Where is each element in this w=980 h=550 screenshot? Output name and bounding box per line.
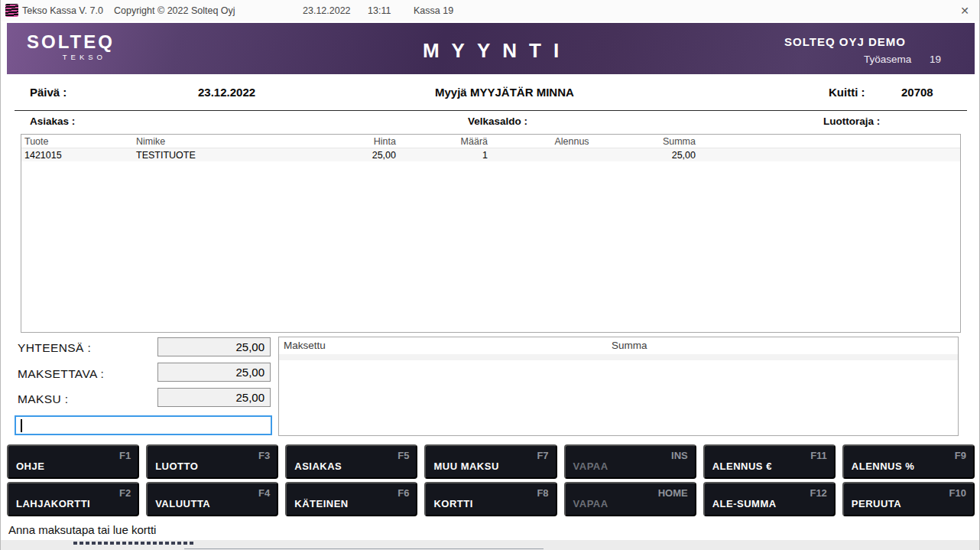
col-header-nimike: Nimike xyxy=(133,136,309,147)
background-taskbar-strip xyxy=(1,540,979,550)
col-header-maara: Määrä xyxy=(399,136,491,147)
payment-label: MAKSU : xyxy=(18,392,69,406)
seller-label: Myyjä : xyxy=(435,86,474,99)
peruuta-button[interactable]: PERUUTA F10 xyxy=(842,482,975,516)
payment-value-box: 25,00 xyxy=(157,388,271,407)
company-name: SOLTEQ OYJ DEMO xyxy=(784,35,906,48)
background-window-edge xyxy=(184,548,544,549)
debt-balance-label: Velkasaldo : xyxy=(468,116,527,127)
receipt-number: 20708 xyxy=(901,86,933,99)
cell-product-code: 1421015 xyxy=(21,150,133,161)
valuutta-button[interactable]: VALUUTTA F4 xyxy=(146,482,278,516)
seller-value: MYYJÄTÄR MINNA xyxy=(470,86,574,99)
status-bar: Anna maksutapa tai lue kortti xyxy=(1,519,979,540)
app-header: SOLTEQ TEKSO MYYNTI SOLTEQ OYJ DEMO Työa… xyxy=(7,23,975,74)
app-icon xyxy=(5,4,18,17)
payable-value-box: 25,00 xyxy=(157,363,271,382)
payments-panel: Maksettu Summa xyxy=(278,337,959,436)
table-header-row: Tuote Nimike Hinta Määrä Alennus Summa xyxy=(21,135,960,148)
col-header-alennus: Alennus xyxy=(491,136,653,147)
alennus-euro-button[interactable]: ALENNUS € F11 xyxy=(703,444,836,479)
col-header-hinta: Hinta xyxy=(309,136,399,147)
titlebar-register: Kassa 19 xyxy=(414,5,453,16)
receipt-items-table: Tuote Nimike Hinta Määrä Alennus Summa 1… xyxy=(21,134,961,333)
workstation-number: 19 xyxy=(930,54,941,65)
credit-limit-label: Luottoraja : xyxy=(823,116,880,127)
total-value-box: 25,00 xyxy=(157,337,271,356)
vapaa-home-button[interactable]: VAPAA HOME xyxy=(564,482,696,516)
kortti-button[interactable]: KORTTI F8 xyxy=(424,482,557,516)
function-key-grid: OHJE F1 LUOTTO F3 ASIAKAS F5 MUU MAKSU F… xyxy=(7,444,975,516)
cell-quantity: 1 xyxy=(399,150,491,161)
workstation-info: Työasema 19 xyxy=(864,54,941,65)
cell-sum: 25,00 xyxy=(653,150,699,161)
titlebar-date: 23.12.2022 xyxy=(303,5,351,16)
pos-app-window: Tekso Kassa V. 7.0 Copyright © 2022 Solt… xyxy=(0,0,980,550)
asiakas-button[interactable]: ASIAKAS F5 xyxy=(285,444,417,479)
table-row[interactable]: 1421015 TESTITUOTE 25,00 1 25,00 xyxy=(21,148,960,161)
paid-column-header: Maksettu xyxy=(284,340,326,351)
receipt-label: Kuitti : xyxy=(829,86,865,99)
customer-label: Asiakas : xyxy=(30,116,75,127)
ohje-button[interactable]: OHJE F1 xyxy=(7,444,139,479)
payment-entry-input[interactable] xyxy=(15,415,272,435)
kateinen-button[interactable]: KÄTEINEN F6 xyxy=(285,482,417,516)
close-icon[interactable]: ✕ xyxy=(958,4,972,18)
col-header-summa: Summa xyxy=(653,136,699,147)
titlebar-time: 13:11 xyxy=(368,5,391,16)
payable-label: MAKSETTAVA : xyxy=(18,367,104,381)
total-label: YHTEENSÄ : xyxy=(18,341,91,355)
cell-product-name: TESTITUOTE xyxy=(133,150,309,161)
divider-line xyxy=(15,110,967,111)
window-title: Tekso Kassa V. 7.0 xyxy=(22,5,103,16)
status-message: Anna maksutapa tai lue kortti xyxy=(8,523,156,536)
title-bar: Tekso Kassa V. 7.0 Copyright © 2022 Solt… xyxy=(1,0,979,21)
clipped-background-text xyxy=(73,542,196,545)
workstation-label: Työasema xyxy=(864,54,911,65)
alennus-percent-button[interactable]: ALENNUS % F9 xyxy=(842,444,975,479)
copyright-text: Copyright © 2022 Solteq Oyj xyxy=(114,5,235,16)
date-label: Päivä : xyxy=(30,86,67,99)
luotto-button[interactable]: LUOTTO F3 xyxy=(146,444,278,479)
date-value: 23.12.2022 xyxy=(198,86,255,99)
cell-price: 25,00 xyxy=(309,150,399,161)
muu-maksu-button[interactable]: MUU MAKSU F7 xyxy=(424,444,557,479)
sum-column-header: Summa xyxy=(612,340,647,351)
lahjakortti-button[interactable]: LAHJAKORTTI F2 xyxy=(7,482,139,516)
text-cursor xyxy=(21,419,22,432)
ale-summa-button[interactable]: ALE-SUMMA F12 xyxy=(703,482,836,516)
payments-list-stripe xyxy=(279,354,958,360)
vapaa-ins-button[interactable]: VAPAA INS xyxy=(564,444,696,479)
col-header-tuote: Tuote xyxy=(21,136,133,147)
